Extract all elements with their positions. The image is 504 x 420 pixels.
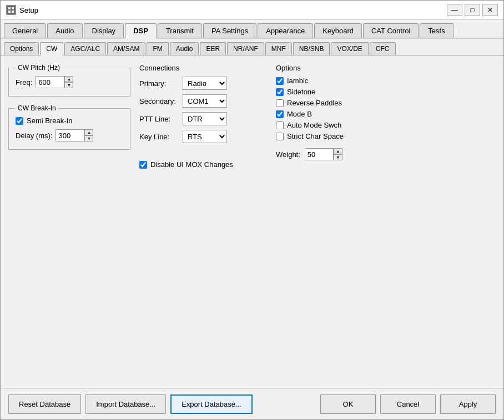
- tab-audio[interactable]: Audio: [47, 23, 82, 38]
- tab-options[interactable]: Options: [4, 42, 39, 55]
- content-area: CW Pitch (Hz) Freq: 600 ▲ ▼ CW Break-In: [1, 56, 503, 388]
- svg-rect-4: [12, 11, 14, 13]
- auto-mode-swch-checkbox[interactable]: [276, 122, 284, 129]
- tab-cw[interactable]: CW: [40, 42, 63, 56]
- weight-spinner: 50 ▲ ▼: [305, 148, 342, 160]
- key-select[interactable]: RTS DTR None: [183, 130, 227, 143]
- svg-rect-3: [8, 11, 11, 13]
- primary-select[interactable]: Radio None: [183, 77, 227, 90]
- tab-nb-snb[interactable]: NB/SNB: [293, 42, 330, 55]
- tab-vox-de[interactable]: VOX/DE: [331, 42, 368, 55]
- footer-left: Reset Database Import Database... Export…: [8, 394, 253, 414]
- delay-input[interactable]: 300: [56, 129, 84, 141]
- app-icon: [6, 5, 16, 15]
- tab-transmit[interactable]: Transmit: [158, 23, 202, 38]
- reset-database-button[interactable]: Reset Database: [8, 394, 81, 414]
- weight-label: Weight:: [276, 150, 300, 159]
- secondary-label: Secondary:: [139, 97, 179, 105]
- tab-keyboard[interactable]: Keyboard: [314, 23, 362, 38]
- tab-appearance[interactable]: Appearance: [258, 23, 313, 38]
- sidetone-label: Sidetone: [287, 88, 315, 96]
- cancel-button[interactable]: Cancel: [380, 394, 436, 414]
- cw-break-in-title: CW Break-In: [16, 104, 58, 112]
- ptt-select[interactable]: DTR RTS None: [183, 112, 227, 125]
- tab-cat-control[interactable]: CAT Control: [363, 23, 419, 38]
- weight-input[interactable]: 50: [305, 148, 334, 160]
- connections-title: Connections: [139, 64, 267, 72]
- freq-spinner-btns: ▲ ▼: [64, 76, 73, 88]
- tab-display[interactable]: Display: [84, 23, 124, 38]
- export-database-button[interactable]: Export Database...: [170, 394, 253, 414]
- cw-pitch-group: CW Pitch (Hz) Freq: 600 ▲ ▼: [8, 64, 130, 97]
- tab-audio-secondary[interactable]: Audio: [170, 42, 199, 55]
- strict-char-space-label: Strict Char Space: [287, 132, 344, 140]
- iambic-label: Iambic: [287, 77, 308, 85]
- tab-am-sam[interactable]: AM/SAM: [107, 42, 145, 55]
- ok-button[interactable]: OK: [320, 394, 376, 414]
- cw-break-in-group: CW Break-In Semi Break-In Delay (ms): 30…: [8, 104, 130, 150]
- weight-spin-down[interactable]: ▼: [334, 154, 342, 160]
- reverse-paddles-checkbox[interactable]: [276, 99, 284, 107]
- tab-mnf[interactable]: MNF: [265, 42, 292, 55]
- secondary-tab-bar: Options CW AGC/ALC AM/SAM FM Audio EER N…: [1, 39, 503, 56]
- key-label: Key Line:: [139, 133, 179, 141]
- semi-break-in-checkbox[interactable]: [16, 117, 23, 125]
- tab-dsp[interactable]: DSP: [125, 23, 157, 39]
- freq-spin-up[interactable]: ▲: [64, 76, 73, 82]
- maximize-button[interactable]: □: [465, 4, 480, 16]
- tab-nr-anf[interactable]: NR/ANF: [227, 42, 264, 55]
- options-title: Options: [276, 64, 387, 72]
- tab-pa-settings[interactable]: PA Settings: [203, 23, 256, 38]
- weight-spinner-btns: ▲ ▼: [334, 148, 342, 160]
- delay-spin-down[interactable]: ▼: [84, 135, 93, 141]
- window-title: Setup: [19, 6, 38, 14]
- mox-label: Disable UI MOX Changes: [150, 160, 233, 170]
- mox-section: Disable UI MOX Changes: [139, 156, 267, 170]
- auto-mode-swch-label: Auto Mode Swch: [287, 121, 341, 129]
- left-column: CW Pitch (Hz) Freq: 600 ▲ ▼ CW Break-In: [8, 64, 130, 150]
- strict-char-space-checkbox[interactable]: [276, 133, 284, 140]
- iambic-checkbox[interactable]: [276, 77, 284, 85]
- freq-input[interactable]: 600: [36, 76, 64, 88]
- tab-cfc[interactable]: CFC: [370, 42, 396, 55]
- svg-rect-1: [8, 7, 11, 9]
- weight-spin-up[interactable]: ▲: [334, 148, 342, 154]
- options-section: Options Iambic Sidetone Reverse Paddles …: [276, 64, 387, 160]
- tab-eer[interactable]: EER: [200, 42, 226, 55]
- sidetone-checkbox[interactable]: [276, 88, 284, 96]
- import-database-button[interactable]: Import Database...: [85, 394, 166, 414]
- middle-column: Connections Primary: Radio None Secondar…: [139, 64, 267, 170]
- freq-spin-down[interactable]: ▼: [64, 82, 73, 88]
- apply-button[interactable]: Apply: [440, 394, 496, 414]
- tab-agc-alc[interactable]: AGC/ALC: [64, 42, 106, 55]
- freq-label: Freq:: [16, 78, 32, 87]
- window-controls: — □ ✕: [447, 4, 498, 16]
- delay-spinner-btns: ▲ ▼: [84, 129, 93, 141]
- reverse-paddles-label: Reverse Paddles: [287, 99, 342, 107]
- primary-tab-bar: General Audio Display DSP Transmit PA Se…: [1, 20, 503, 39]
- setup-window: Setup — □ ✕ General Audio Display DSP Tr…: [0, 0, 504, 420]
- tab-tests[interactable]: Tests: [420, 23, 453, 38]
- svg-rect-2: [12, 7, 14, 9]
- mode-b-label: Mode B: [287, 110, 312, 118]
- title-bar: Setup — □ ✕: [1, 1, 503, 20]
- primary-label: Primary:: [139, 79, 179, 88]
- mox-checkbox[interactable]: [139, 161, 147, 169]
- tab-fm[interactable]: FM: [147, 42, 168, 55]
- cw-pitch-title: CW Pitch (Hz): [16, 64, 62, 72]
- footer-right: OK Cancel Apply: [320, 394, 496, 414]
- secondary-select[interactable]: COM1 COM2 COM3 None: [183, 94, 227, 108]
- freq-spinner: 600 ▲ ▼: [36, 76, 73, 88]
- footer: Reset Database Import Database... Export…: [1, 388, 503, 419]
- tab-general[interactable]: General: [4, 23, 46, 38]
- semi-break-in-label: Semi Break-In: [27, 117, 72, 125]
- connections-section: Connections Primary: Radio None Secondar…: [139, 64, 267, 148]
- mode-b-checkbox[interactable]: [276, 110, 284, 118]
- delay-spinner: 300 ▲ ▼: [56, 129, 93, 141]
- minimize-button[interactable]: —: [447, 4, 462, 16]
- ptt-label: PTT Line:: [139, 115, 179, 123]
- delay-spin-up[interactable]: ▲: [84, 129, 93, 135]
- close-button[interactable]: ✕: [482, 4, 498, 16]
- delay-label: Delay (ms):: [16, 131, 52, 140]
